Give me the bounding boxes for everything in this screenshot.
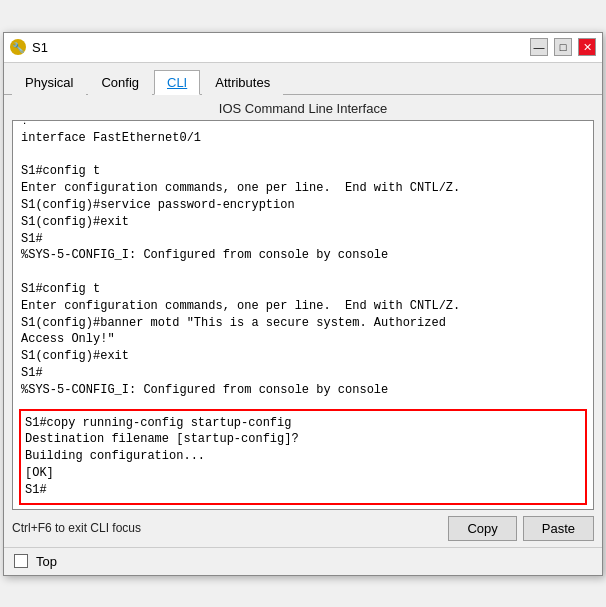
status-bar: Ctrl+F6 to exit CLI focus Copy Paste bbox=[4, 510, 602, 547]
title-controls: — □ ✕ bbox=[530, 38, 596, 56]
top-checkbox[interactable] bbox=[14, 554, 28, 568]
top-label: Top bbox=[36, 554, 57, 569]
copy-button[interactable]: Copy bbox=[448, 516, 516, 541]
tab-bar: Physical Config CLI Attributes bbox=[4, 63, 602, 95]
cli-highlighted-block[interactable]: S1#copy running-config startup-config De… bbox=[19, 409, 587, 505]
bottom-bar: Top bbox=[4, 547, 602, 575]
minimize-button[interactable]: — bbox=[530, 38, 548, 56]
app-icon: 🔧 bbox=[10, 39, 26, 55]
maximize-button[interactable]: □ bbox=[554, 38, 572, 56]
close-button[interactable]: ✕ bbox=[578, 38, 596, 56]
window-title: S1 bbox=[32, 40, 530, 55]
tab-physical[interactable]: Physical bbox=[12, 70, 86, 95]
cli-area[interactable]: spanning-tree mode pvst spanning-tree ex… bbox=[12, 120, 594, 510]
status-text: Ctrl+F6 to exit CLI focus bbox=[12, 521, 141, 535]
section-title: IOS Command Line Interface bbox=[4, 95, 602, 120]
action-buttons: Copy Paste bbox=[448, 516, 594, 541]
tab-config[interactable]: Config bbox=[88, 70, 152, 95]
main-window: 🔧 S1 — □ ✕ Physical Config CLI Attribute… bbox=[3, 32, 603, 576]
cli-content[interactable]: spanning-tree mode pvst spanning-tree ex… bbox=[13, 121, 593, 405]
paste-button[interactable]: Paste bbox=[523, 516, 594, 541]
tab-cli[interactable]: CLI bbox=[154, 70, 200, 95]
tab-attributes[interactable]: Attributes bbox=[202, 70, 283, 95]
title-bar: 🔧 S1 — □ ✕ bbox=[4, 33, 602, 63]
cli-scroll[interactable]: spanning-tree mode pvst spanning-tree ex… bbox=[13, 121, 593, 509]
